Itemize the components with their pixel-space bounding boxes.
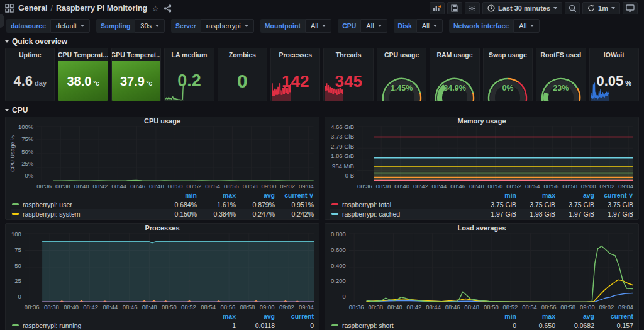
legend-series-name[interactable]: raspberrypi: total [342, 201, 477, 208]
variable-value-dropdown[interactable]: All [360, 19, 387, 33]
x-tick: 08:40 [394, 183, 409, 190]
stat-panel-body: 4.6 day [6, 61, 54, 101]
legend-column-header-min[interactable]: min [477, 191, 516, 199]
variable-selected-value: All [519, 22, 526, 30]
panel-title[interactable]: Memory usage [325, 117, 638, 125]
plot-area[interactable] [36, 126, 314, 181]
time-range-label: Last 30 minutes [498, 4, 550, 12]
legend-series-name[interactable]: raspberrypi: running [23, 322, 197, 329]
legend-series-swatch[interactable] [331, 324, 338, 326]
panel-title[interactable]: RootFS used [536, 48, 585, 61]
section-header-cpu[interactable]: CPU [0, 105, 644, 117]
variable-value-dropdown[interactable]: All [513, 19, 540, 33]
chevron-down-icon [245, 25, 248, 27]
breadcrumb-section[interactable]: General [18, 4, 48, 13]
panel-title[interactable]: Processes [6, 224, 319, 232]
legend-series-swatch[interactable] [12, 203, 19, 205]
sidebar-toggle-handle[interactable] [0, 14, 4, 28]
legend-series-swatch[interactable] [331, 213, 338, 215]
variable-value-dropdown[interactable]: All [305, 19, 331, 33]
stat-unit: °c [91, 80, 99, 87]
panel-title[interactable]: CPU usage [377, 48, 426, 61]
variable-label: Disk [394, 19, 416, 33]
legend-series-swatch[interactable] [331, 203, 338, 205]
chevron-down-icon [322, 25, 326, 27]
star-icon[interactable]: ☆ [152, 4, 159, 13]
variable-selected-value: All [366, 22, 374, 30]
stat-panel-ram-usage: RAM usage34.9% [430, 48, 479, 101]
legend-header: minmaxavgcurrent ∨ [11, 191, 314, 200]
dashboard-title[interactable]: Raspberry Pi Monitoring [56, 4, 147, 13]
variable-value-dropdown[interactable]: All [416, 19, 443, 33]
legend-row-clipped [11, 219, 314, 220]
x-tick: 08:44 [432, 183, 447, 190]
stat-value: 38.0 °c [67, 75, 99, 88]
variable-selected-value: default [56, 22, 77, 30]
dashboard-settings-gear-icon[interactable] [465, 2, 480, 14]
legend-value: 0.951% [275, 201, 314, 208]
panel-title[interactable]: Load averages [325, 224, 638, 232]
legend-series-name[interactable]: raspberrypi: system [23, 210, 158, 218]
legend-column-header-current[interactable]: current [594, 312, 633, 320]
legend-column-header-max[interactable]: max [516, 312, 555, 320]
legend-series-swatch[interactable] [12, 213, 19, 215]
plot-area[interactable] [357, 126, 633, 181]
legend-series-name[interactable]: raspberrypi: cached [342, 210, 477, 218]
panel-memory-usage-graph: Memory usage 4.66 GiB3.73 GiB2.79 GiB1.8… [325, 117, 639, 220]
panel-title[interactable]: CPU Temperat... [58, 48, 107, 61]
legend-column-header-min[interactable]: min [158, 191, 197, 199]
panel-title[interactable]: IOWait [590, 48, 638, 61]
x-tick: 09:02 [279, 304, 294, 311]
kiosk-mode-monitor-icon[interactable] [623, 2, 638, 14]
variable-value-dropdown[interactable]: raspberrypi [201, 19, 254, 33]
x-tick: 08:40 [387, 304, 402, 311]
time-range-picker[interactable]: Last 30 minutes [482, 2, 562, 14]
legend-series-swatch[interactable] [12, 324, 19, 326]
panel-title[interactable]: Swap usage [484, 48, 532, 61]
variable-control: Disk All [394, 19, 443, 33]
x-tick: 08:58 [562, 183, 577, 190]
legend-column-header-current[interactable]: current ∨ [594, 191, 633, 199]
y-tick: 0 [342, 293, 345, 300]
save-dashboard-button[interactable] [447, 2, 462, 14]
panel-title[interactable]: Threads [324, 48, 372, 61]
legend-column-header-avg[interactable]: avg [555, 191, 594, 199]
variable-value-dropdown[interactable]: default [50, 19, 90, 33]
legend-row-clipped [330, 219, 633, 220]
panel-title[interactable]: Processes [271, 48, 319, 61]
plot-area[interactable] [25, 233, 314, 302]
zoom-out-time-button[interactable] [565, 2, 580, 14]
panel-title[interactable]: GPU Temperat... [112, 48, 160, 61]
legend-column-header-avg[interactable]: avg [555, 312, 594, 320]
panel-title[interactable]: LA medium [165, 48, 213, 61]
breadcrumb[interactable]: General / Raspberry Pi Monitoring [18, 4, 147, 13]
panel-title[interactable]: Uptime [6, 48, 54, 61]
refresh-picker[interactable]: 1m [582, 2, 620, 14]
variable-value-dropdown[interactable]: 30s [135, 19, 165, 33]
legend-row: raspberrypi: user0.684%1.61%0.879%0.951% [11, 200, 314, 209]
x-tick: 08:46 [123, 304, 138, 311]
panel-title[interactable]: RAM usage [430, 48, 479, 61]
legend-column-header-avg[interactable]: avg [236, 191, 275, 199]
share-icon[interactable] [164, 4, 172, 13]
legend-series-name[interactable]: raspberrypi: user [23, 201, 158, 208]
legend-header: minmaxavgcurrent ∨ [330, 191, 633, 200]
legend-series-name[interactable]: raspberrypi: short [342, 322, 477, 329]
legend-column-header-avg[interactable]: avg [236, 312, 275, 320]
legend-column-header-max[interactable]: max [197, 191, 236, 199]
panel-title[interactable]: CPU usage [6, 117, 319, 125]
legend-column-header-current[interactable]: current [275, 312, 314, 320]
section-header-quick-overview[interactable]: Quick overview [0, 37, 644, 48]
y-tick: 0% [25, 172, 34, 179]
plot-area[interactable] [349, 233, 633, 302]
legend-column-header-current[interactable]: current ∨ [275, 191, 314, 199]
variable-label: datasource [6, 19, 50, 33]
dashboards-grid-icon[interactable] [5, 4, 14, 13]
legend-column-header-min[interactable]: min [477, 312, 516, 320]
add-panel-button[interactable] [430, 2, 445, 14]
variables-row: datasource default Sampling 30s Server r… [0, 16, 644, 37]
legend-column-header-max[interactable]: max [197, 312, 236, 320]
legend-column-header-max[interactable]: max [516, 191, 555, 199]
panel-title[interactable]: Zombies [218, 48, 267, 61]
panel-processes-graph: Processes 1007550250 08:3608:3808:4008:4… [5, 223, 319, 330]
